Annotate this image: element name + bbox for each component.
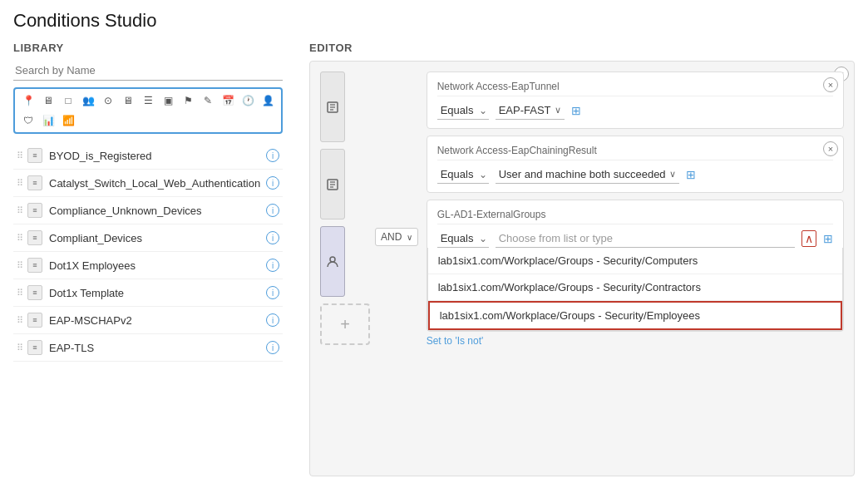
toolbar-icon-location[interactable]: 📍 (20, 92, 37, 109)
dropdown-item-3[interactable]: lab1six1.com/Workplace/Groups - Security… (428, 301, 842, 330)
and-connector: AND ∨ (375, 72, 422, 352)
info-icon[interactable]: i (266, 259, 279, 272)
condition-3-controls: Equals Choose from list or type ∧ ⊞ (437, 229, 833, 248)
toolbar-icon-list[interactable]: ☰ (140, 92, 156, 109)
condition-row-3: GL-AD1-ExternalGroups Equals Choose from… (427, 200, 844, 332)
condition-1-operator[interactable]: Equals (437, 101, 489, 120)
list-item[interactable]: ⠿ ≡ Catalyst_Switch_Local_Web_Authentica… (13, 170, 283, 197)
info-icon[interactable]: i (266, 341, 279, 354)
condition-2-value: User and machine both succeeded (499, 168, 666, 180)
toolbar-icon-calendar[interactable]: 📅 (219, 92, 236, 109)
condition-2-controls: Equals User and machine both succeeded ∨… (437, 165, 833, 184)
info-icon[interactable]: i (266, 231, 279, 244)
condition-2-operator[interactable]: Equals (437, 165, 489, 184)
drag-handle-icon: ⠿ (17, 260, 22, 271)
toolbar-icon-edit[interactable]: ✎ (200, 92, 216, 109)
condition-icon-3 (320, 226, 345, 297)
list-item[interactable]: ⠿ ≡ BYOD_is_Registered i (13, 142, 283, 170)
list-item[interactable]: ⠿ ≡ EAP-TLS i (13, 334, 283, 362)
condition-3-grid-icon[interactable]: ⊞ (823, 232, 833, 245)
toolbar-icon-users[interactable]: 👥 (80, 92, 96, 109)
list-item[interactable]: ⠿ ≡ Compliance_Unknown_Devices i (13, 197, 283, 224)
list-item[interactable]: ⠿ ≡ Compliant_Devices i (13, 224, 283, 252)
drag-handle-icon: ⠿ (17, 150, 22, 161)
item-type-icon: ≡ (27, 203, 42, 218)
set-not-link[interactable]: Set to 'Is not' (427, 335, 844, 347)
item-type-icon: ≡ (27, 230, 42, 245)
icon-toolbar: 📍 🖥 □ 👥 ⊙ 🖥 ☰ ▣ ⚑ ✎ 📅 🕐 👤 🛡 📊 📶 (13, 87, 283, 134)
search-input[interactable] (13, 61, 283, 81)
item-type-icon: ≡ (27, 258, 42, 273)
toolbar-icon-display[interactable]: 🖥 (40, 92, 57, 109)
toolbar-icon-monitor[interactable]: 🖥 (120, 92, 136, 109)
condition-2-close-button[interactable]: × (823, 141, 838, 156)
condition-3-operator[interactable]: Equals (437, 229, 489, 248)
condition-3-operator-wrapper: Equals (437, 229, 489, 248)
toolbar-icon-wifi[interactable]: 📶 (60, 112, 76, 129)
toolbar-icon-flag[interactable]: ⚑ (180, 92, 196, 109)
condition-2-operator-wrapper: Equals (437, 165, 489, 184)
condition-3-placeholder[interactable]: Choose from list or type (496, 229, 795, 248)
dropdown-item-2[interactable]: lab1six1.com/Workplace/Groups - Security… (428, 274, 842, 301)
condition-3-name: GL-AD1-ExternalGroups (437, 209, 833, 224)
library-panel: Library 📍 🖥 □ 👥 ⊙ 🖥 ☰ ▣ ⚑ ✎ 📅 🕐 👤 🛡 📊 (13, 42, 296, 493)
condition-1-name: Network Access-EapTunnel (437, 81, 833, 96)
library-title: Library (13, 42, 283, 54)
item-type-icon: ≡ (27, 148, 42, 163)
condition-1-value-chevron[interactable]: ∨ (555, 105, 561, 116)
condition-1-close-button[interactable]: × (823, 77, 838, 92)
drag-handle-icon: ⠿ (17, 178, 22, 189)
info-icon[interactable]: i (266, 149, 279, 162)
toolbar-icon-filter[interactable]: ▣ (160, 92, 176, 109)
condition-2-name: Network Access-EapChainingResult (437, 145, 833, 160)
toolbar-icon-chart[interactable]: 📊 (40, 112, 57, 129)
drag-handle-icon: ⠿ (17, 288, 22, 298)
toolbar-icon-person[interactable]: 👤 (259, 92, 276, 109)
editor-title: Editor (309, 42, 855, 54)
toolbar-icon-clock[interactable]: 🕐 (239, 92, 256, 109)
condition-1-operator-wrapper: Equals (437, 101, 489, 120)
drag-handle-icon: ⠿ (17, 315, 22, 326)
condition-3-chevron-up-icon[interactable]: ∧ (801, 230, 816, 247)
info-icon[interactable]: i (266, 313, 279, 327)
condition-row-2: × Network Access-EapChainingResult Equal… (427, 136, 844, 193)
condition-icons-stack: + (320, 72, 370, 352)
conditions-list: × Network Access-EapTunnel Equals EAP-FA… (427, 72, 844, 352)
editor-panel: Editor × (296, 42, 855, 493)
condition-1-controls: Equals EAP-FAST ∨ ⊞ (437, 101, 833, 120)
list-item[interactable]: ⠿ ≡ EAP-MSCHAPv2 i (13, 307, 283, 334)
and-button[interactable]: AND ∨ (375, 228, 418, 246)
toolbar-icon-square[interactable]: □ (60, 92, 76, 109)
svg-point-8 (330, 257, 335, 262)
page-title: Conditions Studio (13, 10, 855, 32)
list-item[interactable]: ⠿ ≡ Dot1X Employees i (13, 252, 283, 279)
condition-icon-2 (320, 149, 345, 219)
add-condition-button[interactable]: + (320, 303, 370, 345)
condition-3-top: GL-AD1-ExternalGroups Equals Choose from… (427, 200, 843, 248)
info-icon[interactable]: i (266, 204, 279, 217)
dropdown-item-1[interactable]: lab1six1.com/Workplace/Groups - Security… (428, 248, 842, 274)
list-item[interactable]: ⠿ ≡ Dot1x Template i (13, 279, 283, 307)
condition-2-grid-icon[interactable]: ⊞ (686, 168, 696, 181)
condition-2-value-chevron[interactable]: ∨ (669, 169, 676, 180)
editor-inner: + AND ∨ × Network Acces (320, 72, 844, 352)
condition-2-value-badge: User and machine both succeeded ∨ (496, 165, 679, 184)
and-chevron-icon: ∨ (407, 233, 412, 242)
drag-handle-icon: ⠿ (17, 343, 22, 353)
condition-row-1: × Network Access-EapTunnel Equals EAP-FA… (427, 72, 844, 129)
condition-1-value-badge: EAP-FAST ∨ (496, 101, 565, 120)
condition-icon-1 (320, 72, 345, 142)
drag-handle-icon: ⠿ (17, 205, 22, 216)
search-box (13, 61, 283, 81)
toolbar-icon-shield[interactable]: 🛡 (20, 112, 37, 129)
editor-canvas: × (309, 61, 855, 476)
condition-3-dropdown: lab1six1.com/Workplace/Groups - Security… (427, 248, 843, 331)
item-type-icon: ≡ (27, 313, 42, 328)
condition-1-value: EAP-FAST (499, 104, 551, 116)
info-icon[interactable]: i (266, 286, 279, 299)
item-type-icon: ≡ (27, 175, 42, 190)
info-icon[interactable]: i (266, 176, 279, 190)
item-type-icon: ≡ (27, 285, 42, 300)
toolbar-icon-settings[interactable]: ⊙ (100, 92, 116, 109)
condition-1-grid-icon[interactable]: ⊞ (571, 104, 581, 117)
